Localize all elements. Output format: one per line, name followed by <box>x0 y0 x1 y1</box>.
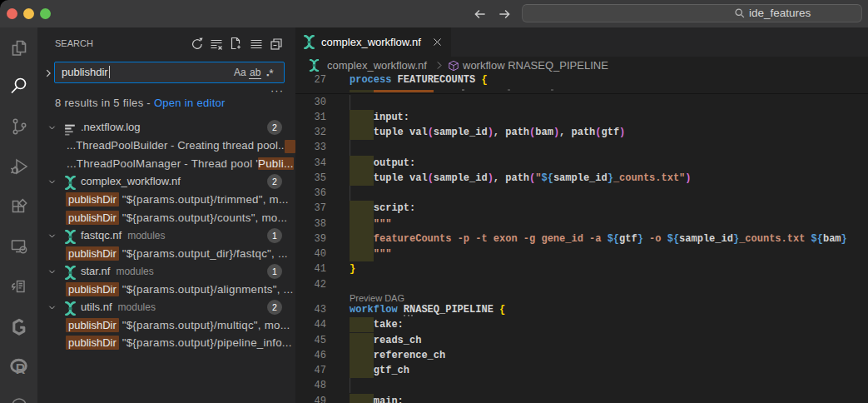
svg-text:R: R <box>15 362 25 376</box>
